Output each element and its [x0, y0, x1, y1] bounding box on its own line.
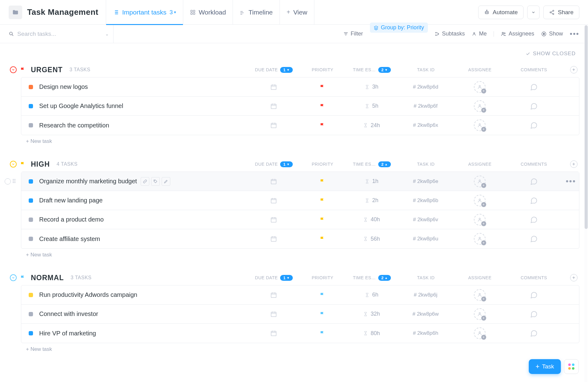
- apps-button[interactable]: [564, 359, 579, 374]
- collapse-group-button[interactable]: [10, 161, 17, 168]
- edit-button[interactable]: [162, 177, 170, 186]
- calendar-icon[interactable]: [270, 311, 277, 318]
- new-task-button[interactable]: + New task: [26, 346, 579, 352]
- add-assignee-button[interactable]: +: [474, 233, 486, 245]
- status-indicator[interactable]: [29, 179, 33, 184]
- task-row[interactable]: ⠿Design new logos3h# 2kw8p6d+•••: [21, 77, 579, 97]
- col-time-estimate[interactable]: TIME ES…: [353, 67, 376, 72]
- col-task-id[interactable]: TASK ID: [399, 160, 453, 168]
- comment-icon[interactable]: [530, 291, 538, 299]
- add-assignee-button[interactable]: +: [474, 289, 486, 301]
- add-assignee-button[interactable]: +: [474, 100, 486, 112]
- collapse-group-button[interactable]: [10, 274, 17, 281]
- calendar-icon[interactable]: [270, 84, 277, 90]
- comment-icon[interactable]: [530, 310, 538, 318]
- add-column-button[interactable]: +: [570, 66, 578, 73]
- calendar-icon[interactable]: [270, 197, 277, 204]
- sort-time-pill[interactable]: 2: [378, 67, 391, 73]
- task-row[interactable]: ⠿Set up Google Analytics funnel5h# 2kw8p…: [21, 97, 579, 116]
- task-row[interactable]: ⠿Record a product demo40h# 2kw8p6v+•••: [21, 210, 579, 229]
- status-indicator[interactable]: [29, 237, 33, 241]
- calendar-icon[interactable]: [270, 178, 277, 185]
- calendar-icon[interactable]: [270, 122, 277, 129]
- comment-icon[interactable]: [530, 329, 538, 337]
- col-time-estimate[interactable]: TIME ES…: [353, 275, 376, 280]
- row-more-icon[interactable]: •••: [566, 176, 576, 186]
- view-tab-timeline[interactable]: Timeline: [233, 0, 280, 25]
- subtasks-button[interactable]: Subtasks: [435, 31, 465, 37]
- comment-icon[interactable]: [530, 235, 538, 243]
- tag-button[interactable]: [151, 177, 160, 186]
- col-assignee[interactable]: ASSIGNEE: [453, 66, 507, 73]
- task-row[interactable]: ⠿Run productivity Adwords campaign6h# 2k…: [21, 285, 579, 305]
- add-assignee-button[interactable]: +: [474, 195, 486, 206]
- flag-icon[interactable]: [319, 292, 325, 298]
- view-tab-view[interactable]: +View: [280, 0, 314, 25]
- task-row[interactable]: ⠿Organize monthly marketing budget1h# 2k…: [21, 172, 579, 191]
- toolbar-more-icon[interactable]: •••: [570, 30, 579, 38]
- col-time-estimate[interactable]: TIME ES…: [353, 162, 376, 167]
- show-button[interactable]: Show: [541, 31, 563, 37]
- col-due-date[interactable]: DUE DATE: [255, 67, 278, 72]
- add-assignee-button[interactable]: +: [474, 176, 486, 187]
- flag-icon[interactable]: [319, 197, 325, 204]
- status-indicator[interactable]: [29, 218, 33, 222]
- status-indicator[interactable]: [29, 198, 33, 203]
- sort-due-pill[interactable]: 1: [280, 161, 293, 167]
- add-column-button[interactable]: +: [570, 274, 578, 281]
- col-assignee[interactable]: ASSIGNEE: [453, 274, 507, 281]
- comment-icon[interactable]: [530, 197, 538, 205]
- automate-button[interactable]: Automate: [478, 6, 524, 19]
- add-assignee-button[interactable]: +: [474, 327, 486, 339]
- flag-icon[interactable]: [319, 217, 325, 223]
- add-assignee-button[interactable]: +: [474, 308, 486, 320]
- col-priority[interactable]: PRIORITY: [300, 274, 345, 281]
- view-tab-important-tasks[interactable]: Important tasks3: [106, 0, 183, 25]
- show-closed-button[interactable]: SHOW CLOSED: [525, 51, 576, 57]
- col-assignee[interactable]: ASSIGNEE: [453, 160, 507, 168]
- automate-dropdown[interactable]: [527, 6, 540, 19]
- search-dropdown[interactable]: ⌄: [105, 31, 113, 36]
- view-tab-workload[interactable]: Workload: [183, 0, 233, 25]
- flag-icon[interactable]: [319, 103, 325, 109]
- comment-icon[interactable]: [530, 177, 538, 185]
- flag-icon[interactable]: [319, 122, 325, 128]
- add-assignee-button[interactable]: +: [474, 119, 486, 131]
- add-assignee-button[interactable]: +: [474, 214, 486, 226]
- calendar-icon[interactable]: [270, 103, 277, 110]
- share-button[interactable]: Share: [543, 6, 579, 19]
- task-row[interactable]: ⠿Draft new landing page2h# 2kw8p6b+•••: [21, 191, 579, 210]
- task-row[interactable]: ⠿Connect with investor32h# 2kw8p6w+•••: [21, 305, 579, 324]
- sort-due-pill[interactable]: 1: [280, 67, 293, 73]
- sort-time-pill[interactable]: 2: [378, 161, 391, 167]
- calendar-icon[interactable]: [270, 330, 277, 337]
- flag-icon[interactable]: [319, 311, 325, 317]
- status-indicator[interactable]: [29, 123, 33, 127]
- comment-icon[interactable]: [530, 216, 538, 224]
- status-indicator[interactable]: [29, 85, 33, 89]
- comment-icon[interactable]: [530, 121, 538, 129]
- sort-due-pill[interactable]: 1: [280, 275, 293, 281]
- col-task-id[interactable]: TASK ID: [399, 274, 453, 281]
- flag-icon[interactable]: [319, 330, 325, 336]
- calendar-icon[interactable]: [270, 216, 277, 223]
- new-task-button[interactable]: + New task: [26, 138, 579, 144]
- status-indicator[interactable]: [29, 312, 33, 316]
- calendar-icon[interactable]: [270, 235, 277, 242]
- assignees-button[interactable]: Assignees: [501, 31, 534, 37]
- select-task-circle[interactable]: [5, 178, 11, 185]
- new-task-button[interactable]: + New task: [26, 252, 579, 258]
- drag-handle-icon[interactable]: ⠿: [12, 180, 16, 183]
- col-task-id[interactable]: TASK ID: [399, 66, 453, 73]
- col-due-date[interactable]: DUE DATE: [255, 162, 278, 167]
- filter-button[interactable]: Filter: [343, 31, 363, 37]
- add-column-button[interactable]: +: [570, 160, 578, 168]
- flag-icon[interactable]: [20, 161, 26, 167]
- comment-icon[interactable]: [530, 83, 538, 91]
- col-comments[interactable]: COMMENTS: [507, 274, 561, 281]
- me-button[interactable]: Me: [472, 31, 487, 37]
- flag-icon[interactable]: [20, 275, 26, 281]
- sort-time-pill[interactable]: 2: [378, 275, 391, 281]
- task-row[interactable]: ⠿Research the competition24h# 2kw8p6x+••…: [21, 116, 579, 135]
- col-comments[interactable]: COMMENTS: [507, 160, 561, 168]
